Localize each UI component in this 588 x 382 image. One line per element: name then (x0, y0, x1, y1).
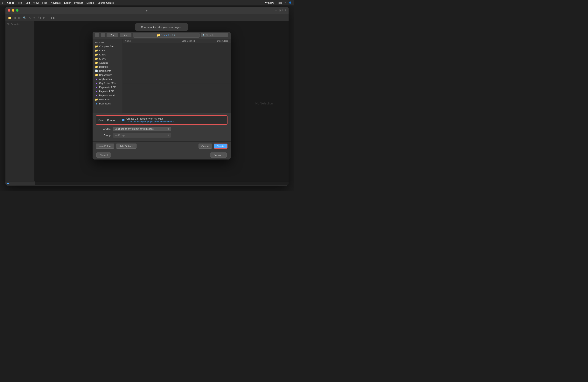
col-date-header: Date Modified (182, 40, 209, 42)
add-to-value: Don't add to any project or workspace (115, 127, 154, 130)
list-view-button[interactable]: ☰ ▼ (106, 33, 118, 37)
sidebar-label-downloads: Downloads (99, 102, 111, 105)
file-row-5[interactable] (123, 63, 231, 68)
close-button[interactable] (8, 9, 10, 12)
menu-source-control[interactable]: Source Control (97, 1, 114, 4)
forward-nav-button[interactable]: › (101, 33, 105, 37)
folder-icon-computer-stu: 📁 (95, 45, 98, 48)
sidebar-label-ics3u: ICS3U (99, 53, 106, 56)
sidebar-item-pages-pdf[interactable]: ▲ Pages to PDF (93, 89, 123, 93)
menu-xcode[interactable]: Xcode (7, 1, 14, 4)
folder-icon-ics3u: 📁 (95, 53, 98, 56)
menu-window[interactable]: Window (265, 1, 274, 4)
previous-button[interactable]: Previous (210, 152, 227, 158)
menu-navigate[interactable]: Navigate (51, 1, 61, 4)
forward-icon[interactable]: ▶ (53, 16, 55, 19)
grid-view-button[interactable]: ⊞ ▼ (120, 33, 131, 37)
hide-options-button[interactable]: Hide Options (116, 144, 136, 149)
search-box: 🔍 (201, 33, 228, 37)
source-control-row: Source Control: ✓ Create Git repository … (96, 115, 228, 125)
sidebar-item-pages-word[interactable]: ▲ Pages to Word (93, 93, 123, 97)
link-icon[interactable]: ⛓ (38, 16, 42, 20)
sidebar-label-ics2o: ICS2O (99, 49, 106, 52)
square-icon[interactable]: ◻ (42, 16, 46, 20)
minimize-button[interactable] (12, 9, 14, 12)
menu-file[interactable]: File (18, 1, 22, 4)
file-row-7[interactable] (123, 73, 231, 78)
select-arrow-icon: ⬆⬇ (166, 128, 169, 130)
grid-icon[interactable]: ⊞ (18, 16, 21, 20)
stop-icon[interactable]: ⊠ (13, 16, 17, 20)
sidebar-item-gig-poster[interactable]: ▲ Gig Poster 50% (93, 81, 123, 85)
source-control-checkbox[interactable]: ✓ (122, 119, 125, 121)
search-input[interactable] (206, 34, 227, 37)
automator-icon-keynote-pdf: ▲ (95, 86, 98, 89)
file-row-1[interactable] (123, 43, 231, 48)
menu-editor[interactable]: Editor (64, 1, 71, 4)
location-button[interactable]: 📁 Examples ⬆⬇ (133, 33, 200, 38)
file-row-3[interactable] (123, 53, 231, 58)
apple-menu[interactable]:  (2, 1, 3, 4)
sidebar-label-ics4u: ICS4U (99, 57, 106, 60)
help-icon[interactable]: ? (285, 9, 286, 12)
title-bar-center: ▶ (20, 9, 273, 12)
xcode-cancel-button[interactable]: Cancel (96, 152, 111, 158)
group-label: Group: (96, 134, 111, 137)
run-button[interactable]: ▶ (146, 9, 148, 12)
dialog-footer: New Folder Hide Options Cancel Create (93, 141, 231, 150)
menubar-profile-icon[interactable]: 👤 (289, 1, 292, 4)
sidebar-item-advising[interactable]: 📁 Advising (93, 61, 123, 65)
sidebar-item-applications[interactable]: ▲ Applications (93, 77, 123, 81)
folder-icon[interactable]: 📁 (7, 16, 12, 20)
menu-help[interactable]: Help (276, 1, 282, 4)
file-row-6[interactable] (123, 68, 231, 73)
panel-layout-icon[interactable]: ⊡ (279, 9, 281, 12)
sidebar-item-workflows[interactable]: 📁 Workflows (93, 97, 123, 102)
location-label: Examples (161, 34, 171, 37)
sidebar-label-gig-poster: Gig Poster 50% (99, 82, 116, 85)
cancel-button[interactable]: Cancel (199, 144, 212, 149)
folder-icon-documents: 📄 (95, 69, 98, 72)
add-icon[interactable]: + (275, 8, 277, 12)
edit-icon[interactable]: ✏ (33, 16, 36, 20)
create-button[interactable]: Create (214, 144, 228, 149)
forward-chevron-icon: › (103, 34, 103, 37)
menu-product[interactable]: Product (74, 1, 83, 4)
new-folder-button[interactable]: New Folder (96, 144, 114, 149)
sidebar-item-desktop[interactable]: 📁 Desktop (93, 65, 123, 69)
sidebar-label-pages-pdf: Pages to PDF (99, 90, 114, 93)
sidebar-item-repositories[interactable]: 📁 Repositories (93, 73, 123, 77)
menu-debug[interactable]: Debug (86, 1, 94, 4)
group-select[interactable]: No Group ⬆⬇ (113, 133, 171, 138)
folder-icon-ics2o: 📁 (95, 49, 98, 52)
back-nav-button[interactable]: ‹ (95, 33, 99, 37)
maximize-button[interactable] (16, 9, 19, 12)
sidebar-item-ics4u[interactable]: 📁 ICS4U (93, 57, 123, 61)
sidebar-label-pages-word: Pages to Word (99, 94, 115, 97)
dialog-body: Favorites 📁 Computer Stu... 📁 ICS2O 📁 (93, 39, 231, 113)
menu-edit[interactable]: Edit (25, 1, 30, 4)
file-row-4[interactable] (123, 58, 231, 63)
sidebar-label-advising: Advising (99, 62, 108, 64)
automator-icon-applications: ▲ (95, 78, 98, 81)
file-row-8[interactable] (123, 78, 231, 84)
warning-icon[interactable]: ⚠ (28, 16, 32, 20)
sidebar-item-downloads[interactable]: ⊕ Downloads (93, 102, 123, 106)
no-selection-label: No Selection (5, 21, 34, 27)
sidebar-item-ics2o[interactable]: 📁 ICS2O (93, 48, 123, 53)
sidebar-item-ics3u[interactable]: 📁 ICS3U (93, 53, 123, 57)
search-icon[interactable]: 🔍 (22, 16, 27, 20)
sidebar-item-computer-stu[interactable]: 📁 Computer Stu... (93, 44, 123, 48)
menu-view[interactable]: View (33, 1, 39, 4)
sidebar-item-documents[interactable]: 📄 Documents (93, 69, 123, 73)
add-to-select[interactable]: Don't add to any project or workspace ⬆⬇ (113, 127, 171, 131)
center-area: No Selection Choose options for your new… (35, 21, 289, 185)
back-icon[interactable]: ◀ (50, 16, 52, 19)
left-panel: No Selection (5, 21, 35, 185)
toolbar: 📁 ⊠ ⊞ 🔍 ⚠ ✏ ⛓ ◻ ◀ ▶ (5, 14, 289, 21)
file-row-2[interactable] (123, 48, 231, 53)
info-icon[interactable]: ℹ (282, 9, 283, 12)
sidebar-item-keynote-pdf[interactable]: ▲ Keynote to PDF (93, 85, 123, 89)
sidebar-label-workflows: Workflows (99, 98, 110, 101)
menu-find[interactable]: Find (42, 1, 47, 4)
